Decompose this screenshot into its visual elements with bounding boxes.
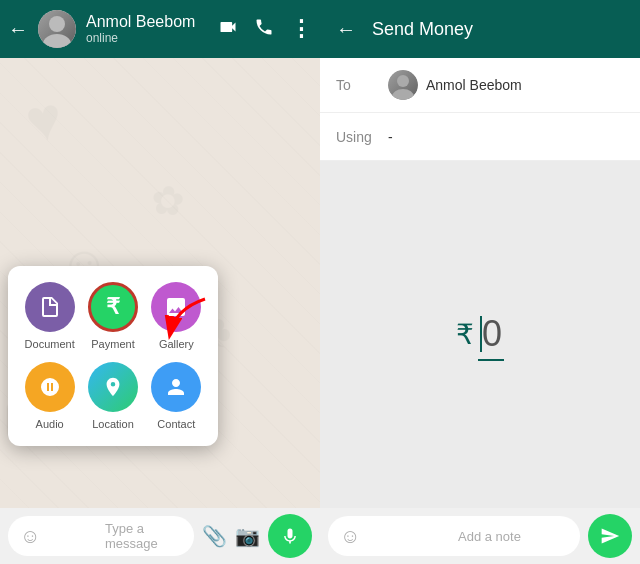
payment-label: Payment — [91, 338, 134, 350]
payment-method-value: - — [388, 129, 393, 145]
attachment-icon[interactable]: 📎 — [202, 524, 227, 548]
svg-point-0 — [49, 16, 65, 32]
send-money-header: ← Send Money — [320, 0, 640, 58]
attachment-menu: Document ₹ Payment Gallery Audio — [8, 266, 218, 446]
send-money-button[interactable] — [588, 514, 632, 558]
chat-area: ♥ ✿ ☺ ♣ ❤ Some_never_know_this_is_import… — [0, 58, 320, 508]
message-placeholder: Type a message — [105, 521, 182, 551]
header-actions: ⋮ — [218, 16, 312, 42]
popup-item-contact[interactable]: Contact — [151, 362, 202, 430]
contact-info: Anmol Beebom online — [86, 13, 208, 45]
emoji-icon[interactable]: ☺ — [20, 525, 97, 548]
gallery-label: Gallery — [159, 338, 194, 350]
phone-icon[interactable] — [254, 17, 274, 42]
payment-icon: ₹ — [88, 282, 138, 332]
right-panel: ← Send Money To Anmol Beebom Using — [320, 0, 640, 564]
popup-item-payment[interactable]: ₹ Payment — [87, 282, 138, 350]
using-label: Using — [336, 129, 376, 145]
send-money-title: Send Money — [372, 19, 473, 40]
document-icon — [25, 282, 75, 332]
svg-point-1 — [43, 34, 71, 48]
contact-status: online — [86, 31, 208, 45]
popup-item-document[interactable]: Document — [24, 282, 75, 350]
note-emoji-icon[interactable]: ☺ — [340, 525, 450, 548]
document-label: Document — [25, 338, 75, 350]
to-row: To Anmol Beebom — [320, 58, 640, 113]
popup-item-audio[interactable]: Audio — [24, 362, 75, 430]
location-icon — [88, 362, 138, 412]
note-input-field[interactable]: ☺ Add a note — [328, 516, 580, 556]
amount-display: ₹ 0 — [456, 309, 504, 361]
menu-icon[interactable]: ⋮ — [290, 16, 312, 42]
recipient-avatar — [388, 70, 418, 100]
using-row[interactable]: Using - — [320, 113, 640, 161]
left-panel: ← Anmol Beebom online ⋮ ♥ — [0, 0, 320, 564]
video-call-icon[interactable] — [218, 17, 238, 42]
svg-point-7 — [397, 75, 409, 87]
audio-icon — [25, 362, 75, 412]
currency-symbol: ₹ — [456, 318, 474, 351]
message-input-field[interactable]: ☺ Type a message — [8, 516, 194, 556]
left-chat-header: ← Anmol Beebom online ⋮ — [0, 0, 320, 58]
contact-avatar — [38, 10, 76, 48]
payment-method-dropdown[interactable]: - — [388, 129, 393, 145]
mic-button[interactable] — [268, 514, 312, 558]
camera-icon[interactable]: 📷 — [235, 524, 260, 548]
amount-area[interactable]: ₹ 0 — [320, 161, 640, 508]
send-money-form: To Anmol Beebom Using - — [320, 58, 640, 161]
svg-text:♥: ♥ — [21, 84, 68, 156]
recipient-name: Anmol Beebom — [426, 77, 522, 93]
back-button[interactable]: ← — [8, 18, 28, 41]
popup-item-gallery[interactable]: Gallery — [151, 282, 202, 350]
message-input-bar: ☺ Type a message 📎 📷 — [0, 508, 320, 564]
amount-value: 0 — [482, 313, 502, 355]
contact-icon — [151, 362, 201, 412]
send-money-back-button[interactable]: ← — [336, 18, 356, 41]
svg-text:✿: ✿ — [149, 177, 187, 224]
popup-item-location[interactable]: Location — [87, 362, 138, 430]
location-label: Location — [92, 418, 134, 430]
audio-label: Audio — [36, 418, 64, 430]
gallery-icon — [151, 282, 201, 332]
to-label: To — [336, 77, 376, 93]
note-bar: ☺ Add a note — [320, 508, 640, 564]
amount-input[interactable]: 0 — [478, 309, 504, 361]
note-placeholder: Add a note — [458, 529, 568, 544]
contact-label: Contact — [157, 418, 195, 430]
recipient-info: Anmol Beebom — [388, 70, 522, 100]
svg-point-8 — [392, 89, 414, 100]
contact-name: Anmol Beebom — [86, 13, 208, 31]
